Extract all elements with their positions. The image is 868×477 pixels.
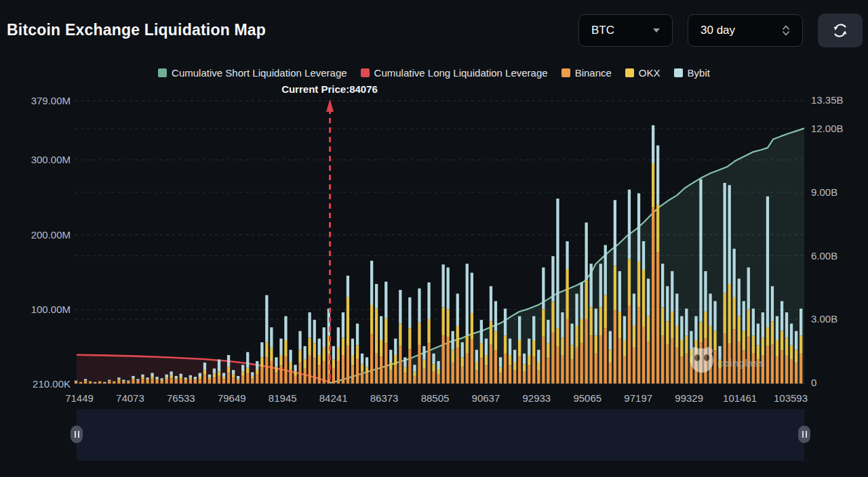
x-axis-tick: 95065 [573,392,601,404]
x-axis-tick: 76533 [167,392,195,404]
navigator-right-handle[interactable] [798,426,810,443]
navigator-left-handle[interactable] [71,426,83,443]
x-axis-tick: 97197 [624,392,652,404]
y-axis-tick-left: 100.00M [31,304,71,315]
x-axis-tick: 81945 [269,392,297,404]
x-axis-tick: 79649 [218,392,246,404]
y-axis-tick-right: 13.35B [811,94,844,106]
x-axis-tick: 86373 [370,392,399,404]
y-axis-tick-left: 200.00M [31,229,71,241]
x-axis-tick: 92933 [523,392,551,404]
y-axis-tick-left: 379.00M [31,95,71,106]
y-axis-tick-right: 9.00B [811,186,837,198]
y-axis-tick-right: 3.00B [811,313,837,325]
x-axis-tick: 101461 [723,392,757,404]
y-axis-tick-right: 6.00B [811,250,837,262]
x-axis-tick: 88505 [421,392,450,404]
y-axis-tick-left: 300.00M [31,154,71,165]
x-axis-tick: 103593 [774,392,808,404]
x-axis-tick: 99329 [675,392,703,404]
x-axis-tick: 71449 [65,392,94,404]
x-axis-tick: 90637 [472,392,500,404]
y-axis-tick-right: 12.00B [811,123,844,134]
liquidation-map-page: Bitcoin Exchange Liquidation Map BTC 30 … [0,0,868,477]
x-axis-tick: 84241 [319,392,348,404]
navigator-track[interactable] [77,409,804,461]
pause-handle-icon [75,431,76,438]
liquidation-chart-canvas[interactable]: 379.00M300.00M200.00M100.00M210.00K13.35… [0,0,868,477]
watermark-text: coinglass [717,357,764,369]
y-axis-tick-left: 210.00K [33,378,71,390]
x-axis-tick: 74073 [116,392,144,404]
y-axis-tick-right: 0 [811,377,816,388]
pause-handle-icon [802,431,804,438]
